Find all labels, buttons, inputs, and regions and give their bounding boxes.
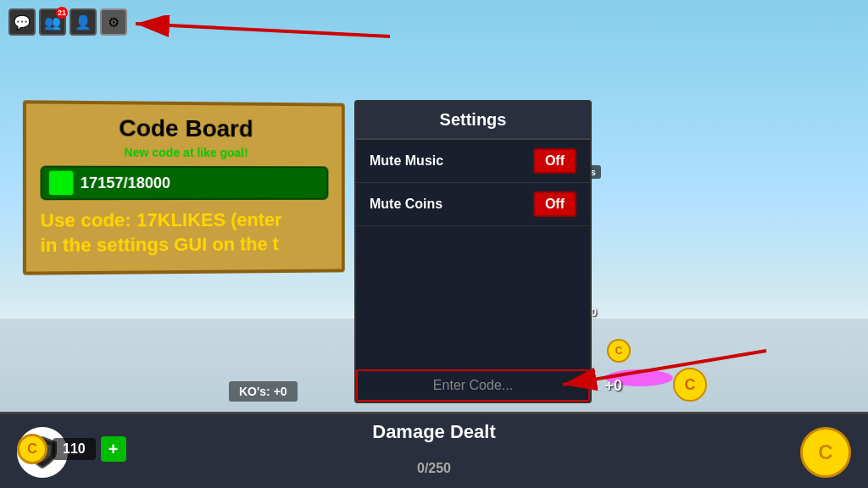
progress-green-block: [49, 171, 74, 195]
mute-coins-row: Mute Coins Off: [356, 183, 590, 226]
coin-value: 110: [53, 438, 96, 460]
bottom-bar-progress: 0/250: [417, 461, 451, 476]
mute-coins-toggle[interactable]: Off: [533, 191, 576, 217]
red-arrow-top: [127, 15, 398, 61]
code-board-subtitle: New code at like goal!: [41, 145, 329, 159]
coins-display: C 110 +: [17, 434, 126, 464]
svg-line-3: [563, 351, 766, 385]
code-board-title: Code Board: [41, 114, 329, 143]
chat-icon[interactable]: 💬: [8, 8, 36, 36]
red-arrow-bottom: [537, 342, 775, 396]
bottom-bar: Damage Dealt 0/250 C: [0, 412, 868, 488]
code-board-text: Use code: 17KLIKES (enter in the setting…: [41, 208, 329, 258]
gear-icon-symbol: ⚙: [108, 14, 120, 30]
add-coins-button[interactable]: +: [101, 436, 126, 462]
mute-music-row: Mute Music Off: [356, 140, 590, 183]
progress-value: 17157/18000: [81, 174, 170, 191]
coin-icon-small: C: [17, 434, 47, 464]
top-icon-bar: 💬 👥 21 👤 ⚙: [8, 8, 127, 36]
players-icon[interactable]: 👥 21: [39, 8, 66, 36]
players-badge: 21: [56, 7, 68, 19]
profile-icon-symbol: 👤: [75, 14, 92, 30]
settings-title: Settings: [356, 102, 590, 140]
settings-icon[interactable]: ⚙: [100, 8, 127, 36]
chat-icon-symbol: 💬: [14, 14, 31, 30]
mute-coins-label: Mute Coins: [370, 197, 442, 212]
coin-right-icon: C: [800, 427, 851, 478]
bottom-bar-title: Damage Dealt: [372, 421, 496, 443]
code-text-line2: in the settings GUI on the t: [41, 233, 279, 256]
profile-icon[interactable]: 👤: [70, 8, 97, 36]
mute-music-toggle[interactable]: Off: [533, 148, 576, 174]
code-board: Code Board New code at like goal! 17157/…: [23, 100, 345, 275]
svg-line-1: [136, 24, 390, 36]
code-text-line1: Use code: 17KLIKES (enter: [41, 209, 282, 231]
ko-display: KO's: +0: [229, 381, 298, 402]
progress-bar: 17157/18000: [41, 166, 329, 201]
mute-music-label: Mute Music: [370, 153, 443, 169]
